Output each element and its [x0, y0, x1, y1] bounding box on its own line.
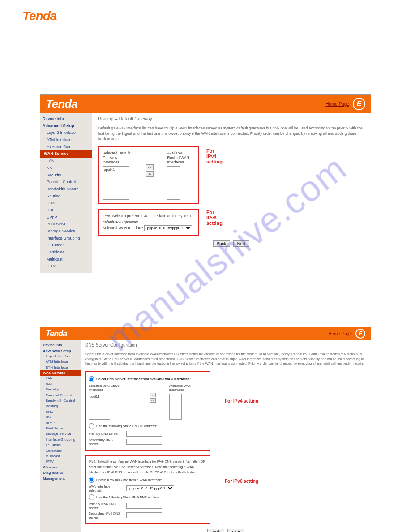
screenshot-dns: Tenda Home Page E Device Info Advanced S… [40, 327, 371, 532]
sidebar-item-iptv[interactable]: IPTV [40, 459, 81, 464]
available-listbox[interactable] [167, 166, 180, 200]
primary-ipv6-input[interactable] [126, 503, 162, 509]
sidebar-item-ifgroup[interactable]: Interface Grouping [40, 437, 81, 442]
obtain-ipv6-radio[interactable] [89, 477, 94, 483]
sidebar-item-dns[interactable]: DNS [40, 409, 81, 415]
move-right-button[interactable]: -> [146, 164, 154, 170]
sidebar-item-iptv[interactable]: IPTV [40, 263, 92, 270]
secondary-ipv6-input[interactable] [126, 512, 162, 518]
back-button[interactable]: Back [207, 529, 224, 532]
sidebar-item-dns[interactable]: DNS [40, 200, 92, 207]
sidebar-item-mgmt[interactable]: Management [40, 476, 81, 481]
sidebar-item-layer2[interactable]: Layer2 Interface [40, 129, 92, 137]
move-left-button[interactable]: <- [150, 398, 156, 403]
breadcrumb: DNS Server Configuration [85, 343, 366, 348]
selected-listbox[interactable]: ppp0.1 [103, 166, 129, 200]
primary-dns-label: Primary DNS server: [89, 432, 124, 436]
sidebar-item-bandwidth[interactable]: Bandwidth Control [40, 186, 92, 193]
selected-label: Selected DNS Server Interfaces [89, 384, 136, 392]
sidebar-item-print[interactable]: Print Server [40, 426, 81, 431]
sidebar-item-eth[interactable]: ETH Interface [40, 144, 92, 151]
sidebar-item-cert[interactable]: Certificate [40, 249, 92, 256]
app-header: Tenda Home Page E [40, 95, 371, 113]
sidebar-item-routing[interactable]: Routing [40, 403, 81, 409]
sidebar-item-wan[interactable]: WAN Service [40, 370, 81, 376]
sidebar-item-cert[interactable]: Certificate [40, 448, 81, 454]
header-logo: Tenda [46, 97, 77, 111]
sidebar-item-upnp[interactable]: UPnP [40, 214, 92, 221]
next-button[interactable]: Next [227, 529, 244, 532]
sidebar-item-wireless[interactable]: Wireless [40, 465, 81, 470]
sidebar-item-eth[interactable]: ETH Interface [40, 365, 81, 370]
static-ipv6-radio[interactable] [89, 494, 94, 500]
select-interface-radio[interactable] [89, 376, 94, 382]
sidebar-item-routing[interactable]: Routing [40, 193, 92, 200]
wan-interface-select[interactable]: pppoe_0_0_35/ppp0.1 [144, 225, 192, 231]
available-listbox[interactable] [169, 394, 182, 420]
next-button[interactable]: Next [233, 240, 250, 247]
sidebar: Device Info Advanced Setup Layer2 Interf… [40, 113, 92, 273]
screenshot-routing: Tenda Home Page E Device Info Advanced S… [40, 94, 371, 273]
sidebar-item-iptunnel[interactable]: IP Tunnel [40, 242, 92, 249]
ipv6-annotation: For IPv6 setting [206, 210, 223, 226]
sidebar: Device Info Advanced Setup Layer2 Interf… [40, 340, 81, 532]
secondary-dns-input[interactable] [126, 439, 162, 445]
sidebar-heading-device[interactable]: Device Info [40, 116, 92, 123]
sidebar-item-storage[interactable]: Storage Service [40, 431, 81, 437]
breadcrumb: Routing -- Default Gateway [98, 116, 364, 121]
sidebar-item-security[interactable]: Security [40, 172, 92, 179]
wan-if-label: WAN Interface selected: [89, 485, 124, 493]
primary-dns-input[interactable] [126, 431, 162, 437]
sidebar-item-dsl[interactable]: DSL [40, 207, 92, 214]
sidebar-item-ifgroup[interactable]: Interface Grouping [40, 235, 92, 242]
page-description: Default gateway interface list can have … [98, 126, 364, 142]
sidebar-item-multicast[interactable]: Multicast [40, 454, 81, 459]
primary-ipv6-label: Primary IPv6 DNS server: [89, 502, 124, 510]
page-description: Select DNS Server Interface from availab… [85, 352, 366, 366]
wan-interface-select[interactable]: pppoe_0_0_35/ppp0.1 [126, 485, 174, 491]
app-header: Tenda Home Page E [40, 327, 371, 340]
select-interface-label: Select DNS Server Interface from availab… [96, 377, 191, 381]
sidebar-item-iptunnel[interactable]: IP Tunnel [40, 442, 81, 448]
page-logo: Tenda [22, 9, 389, 23]
ipv6-note: IPv6: Select the configured WAN interfac… [89, 459, 207, 475]
home-link[interactable]: Home Page [328, 331, 352, 336]
sidebar-item-wan[interactable]: WAN Service [40, 150, 92, 158]
move-left-button[interactable]: <- [146, 171, 154, 177]
sidebar-item-nat[interactable]: NAT [40, 165, 92, 172]
sidebar-item-layer2[interactable]: Layer2 Interface [40, 354, 81, 359]
sidebar-item-lan[interactable]: LAN [40, 158, 92, 165]
sidebar-item-diag[interactable]: Diagnostics [40, 470, 81, 476]
sidebar-item-upnp[interactable]: UPnP [40, 420, 81, 426]
secondary-dns-label: Secondary DNS server: [89, 438, 124, 446]
ipv4-panel: For IPv4 setting Select DNS Server Inter… [85, 371, 210, 451]
page-divider [22, 27, 389, 27]
sidebar-item-bandwidth[interactable]: Bandwidth Control [40, 398, 81, 403]
sidebar-item-lan[interactable]: LAN [40, 376, 81, 381]
sidebar-heading-device[interactable]: Device Info [40, 343, 81, 348]
sidebar-item-atm[interactable]: ATM Interface [40, 359, 81, 365]
static-ipv6-label: Use the following Static IPv6 DNS addres… [96, 495, 161, 499]
static-dns-label: Use the following Static DNS IP address: [96, 424, 157, 428]
sidebar-item-dsl[interactable]: DSL [40, 415, 81, 420]
available-label: Available WAN Interfaces [169, 384, 207, 392]
sidebar-item-multicast[interactable]: Multicast [40, 256, 92, 263]
sidebar-item-storage[interactable]: Storage Service [40, 228, 92, 235]
sidebar-item-parental[interactable]: Parental Control [40, 179, 92, 186]
sidebar-item-security[interactable]: Security [40, 387, 81, 392]
sidebar-item-print[interactable]: Print Server [40, 221, 92, 228]
brand-icon: E [353, 98, 365, 110]
selected-listbox[interactable]: ppp0.1 [89, 394, 110, 420]
sidebar-item-nat[interactable]: NAT [40, 382, 81, 387]
sidebar-item-parental[interactable]: Parental Control [40, 393, 81, 398]
static-dns-radio[interactable] [89, 423, 94, 429]
sidebar-heading-advanced[interactable]: Advanced Setup [40, 123, 92, 130]
sidebar-heading-advanced[interactable]: Advanced Setup [40, 348, 81, 354]
secondary-ipv6-label: Secondary IPv6 DNS server: [89, 511, 124, 519]
move-right-button[interactable]: -> [150, 393, 156, 397]
home-link[interactable]: Home Page [325, 102, 349, 107]
ipv6-panel: For IPv6 setting IPv6: Select the config… [85, 455, 210, 524]
selected-label: Selected Default Gateway Interfaces [103, 151, 132, 165]
sidebar-item-atm[interactable]: ATM Interface [40, 137, 92, 144]
back-button[interactable]: Back [213, 240, 230, 247]
